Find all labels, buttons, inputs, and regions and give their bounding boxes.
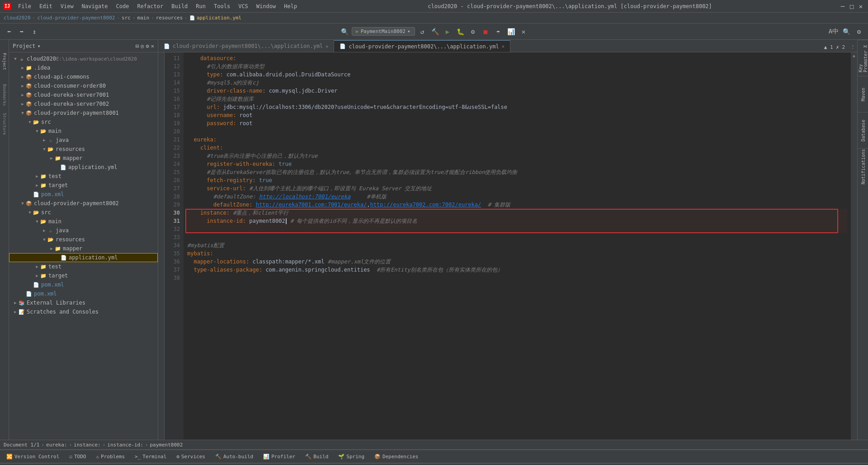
tree-item-payment8001[interactable]: ▼ 📦 cloud-provider-payment8001 xyxy=(9,108,158,117)
project-tree[interactable]: ▼ ☕ cloud2020 E:\idea-workspace\cloud202… xyxy=(9,52,158,440)
tree-item-main-8002[interactable]: ▼ 📂 main xyxy=(9,217,158,226)
tree-arrow[interactable]: ▶ xyxy=(20,93,25,97)
dropdown-icon[interactable]: ▾ xyxy=(38,43,41,49)
tree-item-target-8001[interactable]: ▶ 📁 target xyxy=(9,181,158,190)
spring-tab[interactable]: 🌱 Spring xyxy=(334,452,369,461)
settings-button[interactable]: ⚙ xyxy=(854,26,864,37)
settings-icon[interactable]: ⚙ xyxy=(146,43,149,49)
bc-eureka[interactable]: eureka: xyxy=(46,442,67,448)
refresh-button[interactable]: ↺ xyxy=(417,26,428,37)
dependencies-tab[interactable]: 📦 Dependencies xyxy=(370,452,423,461)
tree-item-pom-root[interactable]: ▶ 📄 pom.xml xyxy=(9,289,158,298)
menu-item-refactor[interactable]: Refactor xyxy=(133,2,167,10)
bc-instance[interactable]: instance: xyxy=(74,442,101,448)
locate-icon[interactable]: ◎ xyxy=(141,43,144,49)
minimize-button[interactable]: ─ xyxy=(839,3,846,10)
tree-arrow[interactable]: ▶ xyxy=(49,246,54,251)
tree-arrow[interactable]: ▼ xyxy=(34,219,40,224)
tree-item-src-8002[interactable]: ▼ 📂 src xyxy=(9,208,158,217)
tree-arrow[interactable]: ▶ xyxy=(20,102,25,106)
close-panel-icon[interactable]: ✕ xyxy=(151,43,154,49)
tree-arrow[interactable]: ▼ xyxy=(42,237,47,242)
tree-item-java-8001[interactable]: ▶ ☕ java xyxy=(9,136,158,145)
profile-button[interactable]: 📊 xyxy=(505,26,516,37)
menu-item-help[interactable]: Help xyxy=(280,2,301,10)
back-button[interactable]: ⬅ xyxy=(4,26,14,37)
menu-item-code[interactable]: Code xyxy=(113,2,133,10)
auto-build-tab[interactable]: 🔨 Auto-build xyxy=(211,452,258,461)
tree-item-appyml-8001[interactable]: ▶ 📄 application.yml xyxy=(9,163,158,172)
tree-arrow[interactable]: ▶ xyxy=(20,75,25,79)
menu-item-edit[interactable]: Edit xyxy=(36,2,56,10)
tree-arrow[interactable]: ▼ xyxy=(34,129,40,133)
tree-arrow[interactable]: ▶ xyxy=(49,156,54,160)
structure-toggle[interactable]: Structure xyxy=(1,110,8,137)
breadcrumb-item[interactable]: src xyxy=(122,15,131,21)
tree-arrow[interactable]: ▶ xyxy=(20,66,25,70)
tab-more-button[interactable]: ⋮ xyxy=(849,42,857,52)
code-editor[interactable]: datasource: #引入的数据库驱动类型 type: com.alibab… xyxy=(184,52,851,440)
bookmarks-toggle[interactable]: Bookmarks xyxy=(1,81,8,108)
tree-arrow[interactable]: ▶ xyxy=(34,273,40,278)
tree-arrow[interactable]: ▶ xyxy=(34,183,40,188)
breadcrumb-item[interactable]: main xyxy=(137,15,150,21)
window-controls[interactable]: ─ □ ✕ xyxy=(839,3,864,10)
tree-arrow[interactable]: ▶ xyxy=(20,84,25,88)
menu-item-window[interactable]: Window xyxy=(253,2,279,10)
forward-button[interactable]: ➡ xyxy=(16,26,27,37)
tree-arrow[interactable]: ▶ xyxy=(34,264,40,269)
tree-item-main-8001[interactable]: ▼ 📂 main xyxy=(9,127,158,136)
tree-item-pom-8002[interactable]: ▶ 📄 pom.xml xyxy=(9,280,158,289)
menu-item-view[interactable]: View xyxy=(57,2,77,10)
todo-tab[interactable]: ☑ TODO xyxy=(65,452,90,461)
version-control-tab[interactable]: 🔀 Version Control xyxy=(2,452,64,461)
tree-arrow[interactable]: ▼ xyxy=(20,111,25,115)
menu-bar[interactable]: FileEditViewNavigateCodeRefactorBuildRun… xyxy=(14,2,301,10)
tree-item-cloud2020[interactable]: ▼ ☕ cloud2020 E:\idea-workspace\cloud202… xyxy=(9,54,158,63)
project-header-icons[interactable]: ⊟ ◎ ⚙ ✕ xyxy=(136,43,154,49)
tree-item-resources-8001[interactable]: ▼ 📂 resources xyxy=(9,145,158,154)
tree-arrow[interactable]: ▶ xyxy=(34,174,40,178)
tree-item-test-8002[interactable]: ▶ 📁 test xyxy=(9,262,158,271)
breadcrumb-item[interactable]: cloud-provider-payment8002 xyxy=(37,15,115,21)
profiler-tab[interactable]: 📊 Profiler xyxy=(259,452,300,461)
menu-item-vcs[interactable]: VCS xyxy=(235,2,252,10)
menu-item-build[interactable]: Build xyxy=(168,2,191,10)
coverage-button[interactable]: ☂ xyxy=(493,26,504,37)
tree-arrow[interactable]: ▼ xyxy=(27,120,33,124)
tree-arrow[interactable]: ▶ xyxy=(13,301,18,305)
tree-arrow[interactable]: ▶ xyxy=(13,310,18,314)
tree-item-consumer-order[interactable]: ▶ 📦 cloud-consumer-order80 xyxy=(9,81,158,90)
bc-instance-id[interactable]: instance-id: xyxy=(107,442,143,448)
find-button[interactable]: 🔍 xyxy=(841,26,852,37)
close-button[interactable]: ✕ xyxy=(857,3,864,10)
build-button[interactable]: 🔨 xyxy=(429,26,440,37)
bc-value[interactable]: payment8002 xyxy=(150,442,183,448)
breadcrumb-item[interactable]: cloud2020 xyxy=(4,15,31,21)
debug-button[interactable]: 🐛 xyxy=(455,26,466,37)
menu-item-file[interactable]: File xyxy=(14,2,35,10)
run-button[interactable]: ▶ xyxy=(442,26,453,37)
tree-item-mapper-8002[interactable]: ▶ 📁 mapper xyxy=(9,244,158,253)
build-tab[interactable]: 🔨 Build xyxy=(301,452,333,461)
project-panel-toggle[interactable]: Project xyxy=(1,43,8,80)
tab-close-button[interactable]: ✕ xyxy=(502,44,505,49)
tree-item-eureka7001[interactable]: ▶ 📦 cloud-eureka-server7001 xyxy=(9,90,158,99)
tree-item-target-8002[interactable]: ▶ 📁 target xyxy=(9,271,158,280)
menu-item-run[interactable]: Run xyxy=(192,2,209,10)
tree-item-api-commons[interactable]: ▶ 📦 cloud-api-commons xyxy=(9,72,158,81)
breadcrumb-file[interactable]: application.yml xyxy=(197,15,241,21)
stop-button[interactable]: ■ xyxy=(480,26,491,37)
tree-arrow[interactable]: ▼ xyxy=(13,56,18,61)
translate-button[interactable]: A中 xyxy=(828,26,839,37)
tree-arrow[interactable]: ▼ xyxy=(42,147,47,151)
maximize-button[interactable]: □ xyxy=(848,3,855,10)
tree-item-eureka7002[interactable]: ▶ 📦 cloud-eureka-server7002 xyxy=(9,99,158,108)
maven-panel[interactable]: Maven xyxy=(858,76,868,112)
editor-tabs[interactable]: 📄 cloud-provider-payment8001\...\applica… xyxy=(158,40,857,52)
tree-item-scratches[interactable]: ▶ 📝 Scratches and Consoles xyxy=(9,307,158,316)
tab-close-button[interactable]: ✕ xyxy=(326,44,328,49)
tree-arrow[interactable]: ▼ xyxy=(27,210,33,215)
problems-tab[interactable]: ⚠ Problems xyxy=(91,452,129,461)
menu-item-tools[interactable]: Tools xyxy=(210,2,234,10)
